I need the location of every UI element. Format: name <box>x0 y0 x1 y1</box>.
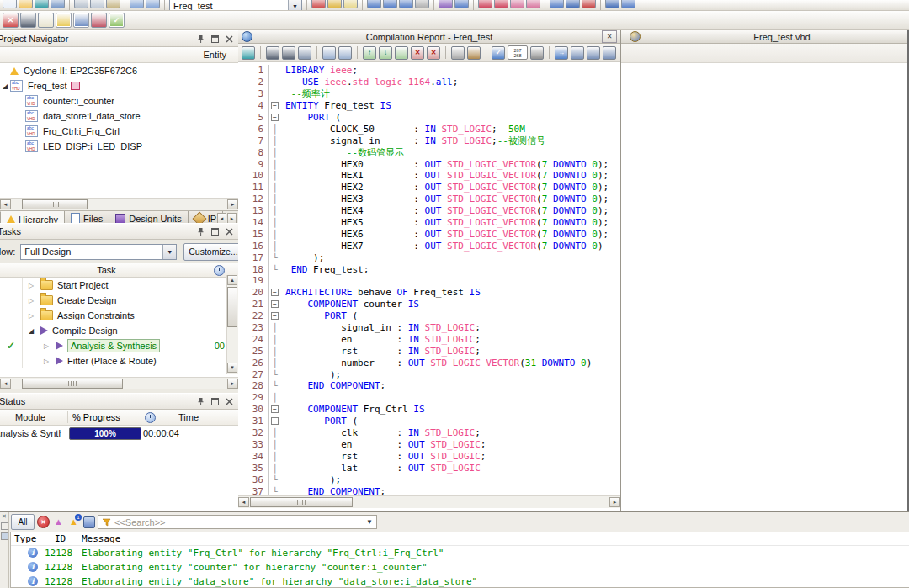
message-row[interactable]: i12128Elaborating entity "data_store" fo… <box>11 575 909 588</box>
scroll-thumb[interactable] <box>22 199 88 209</box>
goto-line-icon[interactable]: → <box>555 46 568 60</box>
fold-margin[interactable]: │ <box>268 427 280 439</box>
win-1-icon[interactable] <box>571 46 584 60</box>
fold-margin[interactable]: └ <box>268 380 280 392</box>
expander-collapsed-icon[interactable]: ▷ <box>26 282 36 289</box>
editor-hscrollbar[interactable]: ◂ ▸ <box>238 495 620 508</box>
chevron-down-icon[interactable]: ▼ <box>288 0 301 11</box>
line-count-badge[interactable]: 267268 <box>508 45 528 60</box>
fold-collapse-icon[interactable]: − <box>271 300 279 308</box>
netlist-2-icon[interactable] <box>526 0 540 8</box>
assignment-editor-icon[interactable]: ✕ <box>3 13 19 28</box>
entity-column-header[interactable]: Entity <box>0 47 238 63</box>
expander-collapsed-icon[interactable]: ▷ <box>41 358 51 365</box>
fold-margin[interactable]: − <box>268 310 280 322</box>
tree-item-instance[interactable]: LED_DISP:i_LED_DISP <box>0 139 238 154</box>
scroll-left-arrow-icon[interactable]: ◂ <box>0 199 11 209</box>
find-icon[interactable] <box>20 13 36 28</box>
fold-margin[interactable]: − <box>268 112 280 124</box>
scroll-thumb[interactable] <box>250 497 353 507</box>
float-icon[interactable] <box>210 396 221 406</box>
rtl-viewer-icon[interactable] <box>73 13 89 28</box>
project-combobox[interactable]: Freq_test▼ <box>169 0 302 11</box>
fold-collapse-icon[interactable]: − <box>271 289 279 296</box>
paste-icon[interactable] <box>106 0 120 8</box>
tree-item-root[interactable]: ◢Freq_test <box>0 78 238 93</box>
programmer-icon[interactable] <box>566 0 580 8</box>
close-icon[interactable]: ✕ <box>2 513 7 520</box>
scroll-right-arrow-icon[interactable]: ▸ <box>609 497 620 507</box>
task-row[interactable]: ▷Create Design <box>0 293 238 308</box>
fold-margin[interactable]: │ <box>268 182 280 193</box>
expander-collapsed-icon[interactable]: ▷ <box>41 342 51 350</box>
compilation-report-tab[interactable]: Compilation Report - Freq_test ✕ <box>238 30 620 44</box>
fold-margin[interactable]: │ <box>268 135 280 146</box>
scroll-thumb[interactable] <box>227 287 237 327</box>
cut-icon[interactable] <box>74 0 88 8</box>
fold-collapse-icon[interactable]: − <box>271 417 279 425</box>
fold-margin[interactable] <box>268 65 280 77</box>
bm-prev-icon[interactable]: ↑ <box>363 46 376 60</box>
filter-critical-warnings-button[interactable]: ▲ <box>52 516 65 528</box>
fold-collapse-icon[interactable]: − <box>271 114 279 121</box>
pencil-icon[interactable] <box>343 0 358 8</box>
open-icon[interactable] <box>19 0 33 8</box>
task-row[interactable]: ▷Assign Constraints <box>0 308 238 323</box>
float-icon[interactable] <box>210 226 221 236</box>
expander-expanded-icon[interactable]: ◢ <box>0 82 10 90</box>
bm-toggle-icon[interactable] <box>395 46 408 60</box>
task-row[interactable]: ▷Start Project <box>0 278 238 293</box>
save-icon[interactable] <box>242 46 255 60</box>
fold-margin[interactable]: │ <box>268 146 280 158</box>
task-row[interactable]: ✓▷Analysis & Synthesis00 <box>0 338 238 353</box>
tree-item-instance[interactable]: data_store:i_data_store <box>0 109 238 124</box>
gem-1-icon[interactable] <box>367 0 381 8</box>
chevron-down-icon[interactable]: ▼ <box>162 245 176 259</box>
arrow-icon[interactable] <box>621 0 635 8</box>
fold-margin[interactable]: │ <box>268 158 280 170</box>
filter-all-button[interactable]: All <box>11 514 35 530</box>
check-compile-icon[interactable] <box>454 0 469 8</box>
fold-margin[interactable] <box>268 275 280 287</box>
scroll-left-arrow-icon[interactable]: ◂ <box>0 379 11 389</box>
close-icon[interactable] <box>224 34 235 44</box>
fold-margin[interactable]: │ <box>268 228 280 240</box>
fold-margin[interactable] <box>268 77 280 88</box>
scroll-right-arrow-icon[interactable]: ▸ <box>227 379 238 389</box>
fold-margin[interactable]: │ <box>268 193 280 205</box>
check-icon[interactable]: ✓ <box>492 46 505 60</box>
timer-1-icon[interactable] <box>478 0 492 8</box>
timer-2-icon[interactable] <box>494 0 508 8</box>
attach-icon[interactable] <box>451 46 465 60</box>
pin-icon[interactable] <box>195 34 206 44</box>
fold-margin[interactable]: └ <box>268 474 280 485</box>
fold-collapse-icon[interactable]: − <box>271 405 279 413</box>
task-row[interactable]: ◢Compile Design <box>0 323 238 338</box>
hierarchy-hscrollbar[interactable]: ◂ ▸ <box>0 198 238 210</box>
message-search-combobox[interactable]: <<Search>> ▼ <box>98 515 377 529</box>
copy-icon[interactable] <box>90 0 104 8</box>
status-row[interactable]: Analysis & Synthesis 100% 00:00:04 <box>0 426 238 441</box>
close-icon[interactable]: ✕ <box>602 30 617 43</box>
pin-icon[interactable] <box>195 396 206 406</box>
win-2-icon[interactable] <box>587 46 600 60</box>
fold-collapse-icon[interactable]: − <box>271 102 279 109</box>
fold-margin[interactable]: │ <box>268 357 280 368</box>
outdent-icon[interactable] <box>338 46 352 60</box>
fold-margin[interactable]: └ <box>268 252 280 263</box>
fold-margin[interactable]: │ <box>268 392 280 404</box>
fold-margin[interactable]: │ <box>268 333 280 345</box>
flow-combobox[interactable]: Full Design ▼ <box>20 244 177 260</box>
help-icon[interactable] <box>605 0 619 8</box>
netlist-1-icon[interactable] <box>510 0 524 8</box>
scroll-left-arrow-icon[interactable]: ◂ <box>238 497 249 507</box>
goto-icon[interactable] <box>298 46 311 60</box>
scroll-thumb[interactable] <box>22 379 123 389</box>
fold-margin[interactable]: │ <box>268 217 280 229</box>
assignment-x-icon[interactable] <box>311 0 326 8</box>
gem-3-icon[interactable] <box>399 0 413 8</box>
filter-warnings-button[interactable]: ▲ 1 <box>67 516 80 528</box>
scroll-down-arrow-icon[interactable]: ▾ <box>227 363 237 373</box>
fold-margin[interactable]: − <box>268 404 280 416</box>
expander-expanded-icon[interactable]: ◢ <box>26 327 36 335</box>
